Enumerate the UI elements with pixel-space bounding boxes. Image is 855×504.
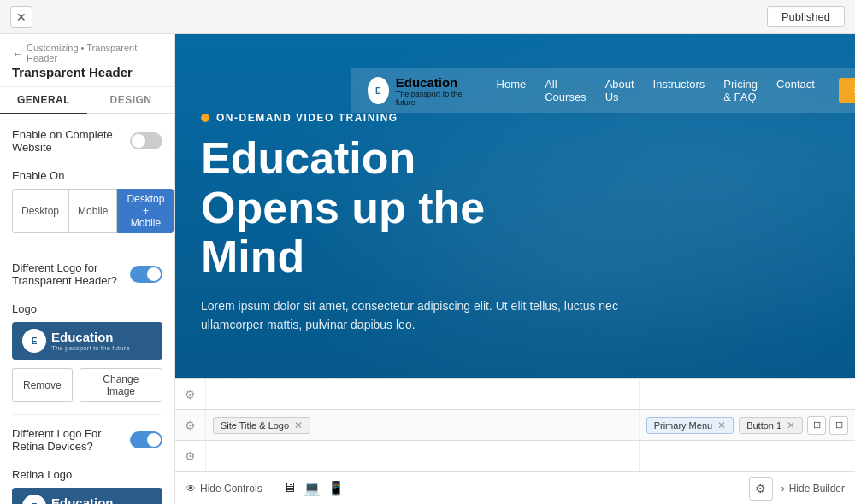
primary-menu-widget[interactable]: Primary Menu ✕	[646, 417, 734, 434]
nav-logo: E	[368, 77, 389, 104]
row1-gear[interactable]: ⚙	[175, 379, 206, 409]
close-button[interactable]: ✕	[10, 6, 32, 28]
builder-row-2: ⚙ Site Title & Logo ✕ ⊞ ⊟	[175, 410, 855, 441]
divider-1	[12, 249, 162, 249]
tab-design[interactable]: DESIGN	[87, 87, 174, 113]
logo-preview: E Education The passport to the future	[12, 322, 162, 360]
nav-links: Home All Courses About Us Instructors Pr…	[497, 78, 815, 103]
site-title-logo-label: Site Title & Logo	[221, 420, 289, 431]
nav-link-courses[interactable]: All Courses	[545, 78, 586, 103]
nav-brand: E Education The passport to the future	[368, 75, 464, 107]
content-area: E Education The passport to the future H…	[175, 34, 855, 504]
nav-link-pricing[interactable]: Pricing & FAQ	[723, 78, 758, 103]
row2-gear[interactable]: ⚙	[175, 410, 206, 440]
different-logo-label: Different Logo for Transparent Header?	[12, 261, 130, 287]
site-title-logo-widget[interactable]: Site Title & Logo ✕	[213, 417, 310, 434]
hero-description: Lorem ipsum dolor sit amet, consectetur …	[201, 296, 628, 335]
desktop-icon[interactable]: 🖥	[283, 480, 297, 496]
tablet-icon[interactable]: 💻	[304, 480, 321, 496]
published-button[interactable]: Published	[767, 6, 845, 27]
device-desktop-mobile-button[interactable]: Desktop + Mobile	[117, 189, 174, 233]
sidebar-tabs: GENERAL DESIGN	[0, 87, 174, 114]
nav-link-about[interactable]: About Us	[605, 78, 634, 103]
primary-menu-remove[interactable]: ✕	[717, 419, 726, 431]
bottom-left: 👁 Hide Controls 🖥 💻 📱	[186, 480, 345, 496]
enable-complete-label: Enable on Complete Website	[12, 128, 130, 154]
different-logo-toggle[interactable]	[130, 266, 162, 283]
device-mobile-button[interactable]: Mobile	[68, 189, 117, 233]
row3-gear[interactable]: ⚙	[175, 441, 206, 471]
row2-cell2	[422, 410, 639, 440]
device-icons: 🖥 💻 📱	[283, 480, 345, 496]
breadcrumb-text: Customizing • Transparent Header	[27, 43, 162, 63]
row2-cell1: Site Title & Logo ✕	[206, 410, 422, 440]
row1-cell1	[206, 379, 422, 409]
builder-grid: ⚙ ⚙ Site Title & Logo ✕	[175, 378, 855, 472]
row2-icon-btn-2[interactable]: ⊟	[829, 416, 848, 435]
sidebar-title: Transparent Header	[12, 65, 162, 79]
builder-row-3: ⚙	[175, 441, 855, 472]
logo-brand-name: Education	[51, 330, 130, 344]
bottom-bar: 👁 Hide Controls 🖥 💻 📱 ⚙ › Hide Builder	[175, 472, 855, 504]
website-nav: E Education The passport to the future H…	[351, 68, 855, 113]
logo-brand-sub: The passport to the future	[51, 344, 130, 352]
different-retina-row: Different Logo For Retina Devices?	[12, 427, 162, 453]
mobile-icon[interactable]: 📱	[327, 480, 345, 496]
retina-logo-brand-text: Education The passport to the future	[51, 495, 130, 504]
button1-remove[interactable]: ✕	[787, 419, 795, 431]
enable-complete-toggle[interactable]	[130, 132, 162, 149]
row2-icon-btn-1[interactable]: ⊞	[807, 416, 826, 435]
nav-brand-info: Education The passport to the future	[396, 75, 464, 107]
nav-brand-name: Education	[396, 75, 464, 90]
different-retina-toggle[interactable]	[130, 431, 162, 448]
logo-label: Logo	[12, 302, 162, 315]
nav-link-instructors[interactable]: Instructors	[653, 78, 705, 103]
bottom-right: ⚙ › Hide Builder	[749, 477, 845, 501]
top-bar: ✕ Published	[0, 0, 855, 34]
row3-cell1	[206, 441, 422, 471]
hide-controls-label: Hide Controls	[200, 483, 262, 495]
remove-logo-button[interactable]: Remove	[12, 368, 73, 402]
nav-brand-sub: The passport to the future	[396, 90, 464, 107]
enable-complete-row: Enable on Complete Website	[12, 128, 162, 154]
main-layout: ← Customizing • Transparent Header Trans…	[0, 34, 855, 504]
eye-icon: 👁	[186, 483, 196, 495]
row3-cell3	[640, 441, 855, 471]
hide-builder-button[interactable]: › Hide Builder	[781, 483, 845, 495]
tab-general[interactable]: GENERAL	[0, 87, 87, 114]
device-desktop-button[interactable]: Desktop	[12, 189, 68, 233]
retina-logo-preview: E Education The passport to the future	[12, 488, 162, 504]
hero-title-line1: Education	[201, 133, 416, 183]
retina-logo-icon: E	[22, 495, 46, 504]
sidebar: ← Customizing • Transparent Header Trans…	[0, 34, 175, 504]
hero-title-line2: Opens up the	[201, 183, 485, 232]
logo-action-buttons: Remove Change Image	[12, 368, 162, 402]
retina-logo-label: Retina Logo	[12, 468, 162, 481]
row1-cell3	[640, 379, 855, 409]
badge-text: ON-DEMAND VIDEO TRAINING	[216, 112, 398, 124]
primary-menu-label: Primary Menu	[654, 420, 712, 431]
row3-cell2	[422, 441, 639, 471]
nav-link-contact[interactable]: Contact	[776, 78, 815, 103]
hide-builder-label: Hide Builder	[789, 483, 845, 495]
settings-gear-button[interactable]: ⚙	[749, 477, 773, 501]
button1-widget[interactable]: Button 1 ✕	[739, 417, 803, 434]
hide-controls-button[interactable]: 👁 Hide Controls	[186, 483, 262, 495]
nav-link-home[interactable]: Home	[497, 78, 527, 103]
nav-cta-button[interactable]: START LEARNING	[839, 78, 855, 103]
row2-cells: Site Title & Logo ✕ ⊞ ⊟ Primary Menu	[206, 410, 855, 440]
hero-title-line3: Mind	[201, 231, 304, 281]
change-image-button[interactable]: Change Image	[80, 368, 162, 402]
back-button[interactable]: ←	[12, 47, 23, 60]
row2-icons: ⊞ ⊟	[807, 416, 848, 435]
sidebar-header: ← Customizing • Transparent Header Trans…	[0, 34, 174, 87]
button1-label: Button 1	[746, 420, 781, 431]
different-retina-label: Different Logo For Retina Devices?	[12, 427, 130, 453]
enable-on-label: Enable On	[12, 169, 162, 182]
row1-cells	[206, 379, 855, 409]
retina-logo-brand-name: Education	[51, 495, 130, 504]
row1-cell2	[422, 379, 639, 409]
chevron-icon: ›	[781, 483, 785, 495]
site-title-logo-remove[interactable]: ✕	[294, 419, 303, 431]
preview-wrapper: E Education The passport to the future H…	[175, 34, 855, 472]
